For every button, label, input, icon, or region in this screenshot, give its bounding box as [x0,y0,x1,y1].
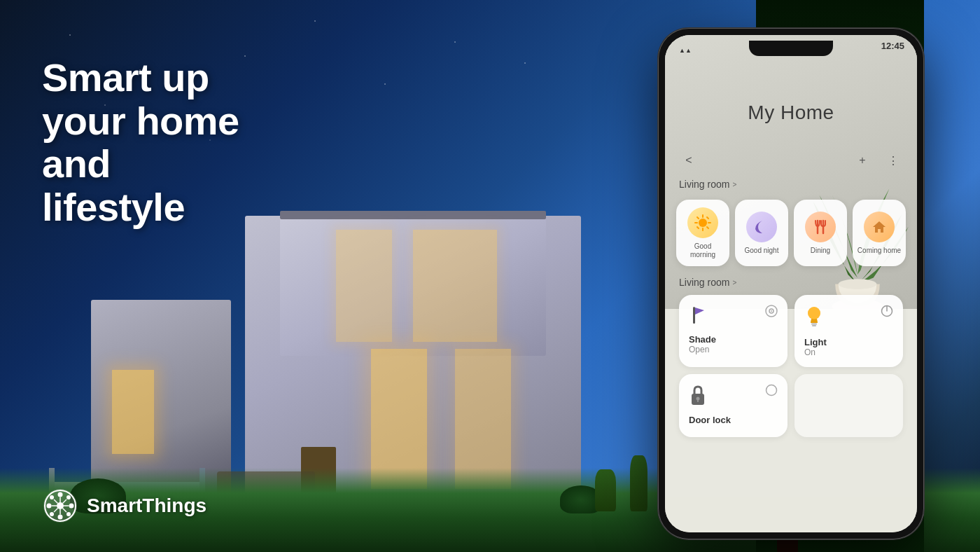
shrub-1 [595,469,616,511]
window-4 [413,230,497,342]
svg-point-39 [808,307,820,319]
scenes-row: Goodmorning Good night [672,200,910,266]
fourth-device-card[interactable] [794,374,903,437]
svg-point-45 [766,385,777,396]
room-label-1-text: Living room [679,179,729,190]
phone-background [665,35,917,309]
shade-device-card[interactable]: Shade Open [679,295,788,367]
window-1 [112,370,154,454]
svg-point-8 [66,495,71,499]
scene-coming-home[interactable]: Coming home [853,200,906,266]
svg-line-28 [707,217,708,219]
svg-point-7 [50,495,54,499]
nav-add-button[interactable]: + [853,151,872,170]
nav-more-button[interactable]: ⋮ [883,151,903,170]
light-icon-row [804,305,893,330]
dining-icon [805,212,836,242]
scene-good-morning[interactable]: Goodmorning [676,200,729,266]
light-icon [804,305,824,330]
dining-utensils-icon [811,218,830,236]
good-morning-icon [687,207,718,238]
svg-rect-32 [693,307,695,324]
svg-point-43 [696,397,700,401]
shade-icon [689,305,708,327]
room-label-2-text: Living room [679,277,729,288]
svg-point-9 [50,512,54,516]
room-arrow-1: > [732,181,736,188]
device-cards-grid: Shade Open [679,295,903,437]
phone-screen: ▲▲ 12:45 [665,35,917,532]
scene-dining-label: Dining [811,247,830,255]
camera-icon [765,305,778,317]
phone-bottom [665,497,917,532]
shade-device-name: Shade [689,334,778,345]
svg-point-6 [69,504,74,509]
signal-area: ▲▲ [679,43,707,55]
scene-good-night[interactable]: Good night [735,200,788,266]
svg-point-3 [58,492,63,497]
tagline-line1: Smart up [42,56,239,99]
scene-good-night-label: Good night [745,247,779,255]
door-lock-device-name: Door lock [689,415,778,425]
tagline-text: Smart up your home and lifestyle [42,56,239,228]
svg-point-4 [58,515,63,520]
shade-flag-icon [689,305,708,324]
sun-icon [694,214,712,232]
svg-point-21 [699,219,707,227]
shade-device-status: Open [689,345,778,354]
signal-icon: ▲▲ [679,47,692,54]
scene-coming-home-label: Coming home [858,247,901,255]
smartthings-icon [42,488,78,524]
svg-point-5 [47,504,52,509]
light-device-card[interactable]: Light On [794,295,903,367]
phone-outer-frame: ▲▲ 12:45 [658,28,924,539]
svg-rect-44 [697,400,699,402]
scene-dining[interactable]: Dining [794,200,847,266]
door-lock-action-icon[interactable] [765,384,778,399]
house-roof-edge [280,211,546,219]
shade-action-icon[interactable] [765,305,778,320]
door-lock-device-card[interactable]: Door lock [679,374,788,437]
app-title: My Home [665,102,917,124]
room-selector-1[interactable]: Living room > [679,179,903,190]
nav-back-button[interactable]: < [679,151,699,170]
lock-icon [689,384,707,405]
scene-good-morning-label: Goodmorning [690,242,715,259]
moon-icon [752,218,771,236]
tagline-panel: Smart up your home and lifestyle [42,56,239,228]
tagline-line3: and [42,142,239,186]
svg-line-26 [697,217,699,219]
svg-point-35 [771,310,772,312]
circle-icon [765,384,778,396]
status-time: 12:45 [881,41,904,51]
phone-notch [749,41,833,56]
light-power-icon[interactable] [881,305,893,320]
room-arrow-2: > [732,279,736,287]
door-lock-icon-row [689,384,778,408]
good-night-icon [746,212,777,242]
power-icon [881,305,893,317]
svg-point-10 [66,512,71,516]
shrub-2 [630,455,648,511]
devices-section: Living room > [679,277,903,437]
window-5 [336,230,392,342]
svg-line-27 [707,227,708,228]
room-selector-2[interactable]: Living room > [679,277,903,288]
svg-rect-37 [811,323,817,325]
phone-nav-bar[interactable]: < + ⋮ [679,151,903,170]
home-icon [870,218,888,236]
light-device-status: On [804,347,893,357]
door-lock-icon [689,384,707,408]
svg-line-29 [697,227,699,228]
shade-icon-row [689,305,778,327]
svg-rect-38 [812,325,816,326]
light-bulb-icon [804,305,824,327]
brand-name: SmartThings [87,495,206,517]
light-device-name: Light [804,337,893,347]
brand-logo: SmartThings [42,488,206,524]
tagline-line4: lifestyle [42,186,239,229]
coming-home-icon [864,212,895,242]
phone-mockup: ▲▲ 12:45 [658,28,924,539]
tagline-line2: your home [42,99,239,143]
